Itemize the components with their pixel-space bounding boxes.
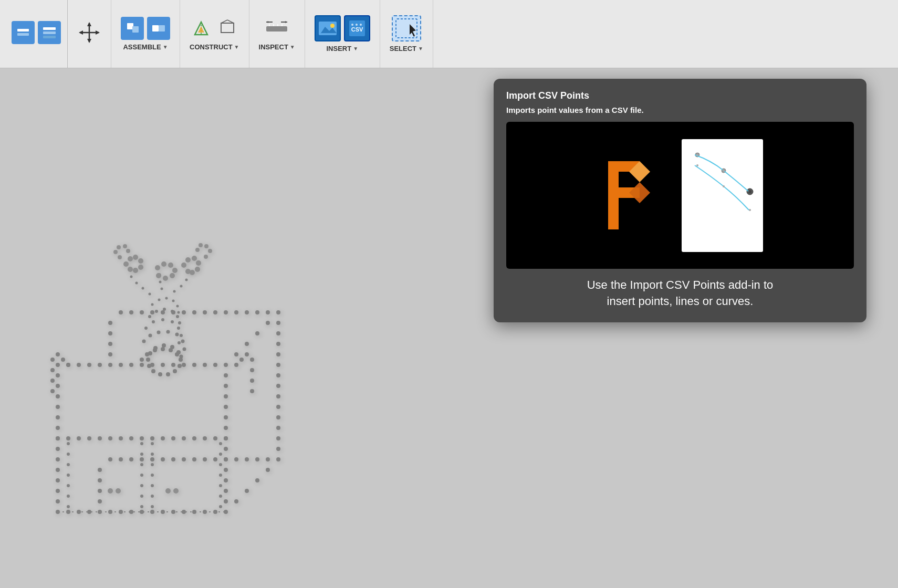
svg-point-198 <box>140 495 143 498</box>
layer-svg <box>15 25 31 40</box>
svg-point-150 <box>224 310 228 314</box>
svg-point-97 <box>56 373 60 377</box>
svg-point-53 <box>161 510 165 514</box>
svg-point-116 <box>108 363 112 367</box>
svg-point-125 <box>203 363 207 367</box>
svg-point-232 <box>176 350 181 354</box>
svg-point-217 <box>161 347 165 351</box>
insert-image-svg <box>318 18 338 38</box>
inspect-icon-1 <box>263 17 290 40</box>
svg-point-212 <box>219 495 222 498</box>
svg-rect-14 <box>159 25 165 32</box>
toolbar-group-construct[interactable]: CONSTRUCT ▼ <box>180 0 249 68</box>
svg-point-195 <box>140 463 143 466</box>
svg-point-173 <box>140 436 144 440</box>
svg-point-138 <box>276 373 280 377</box>
svg-point-313 <box>250 379 254 383</box>
svg-point-95 <box>56 394 60 398</box>
svg-point-141 <box>276 405 280 409</box>
svg-point-88 <box>56 468 60 472</box>
svg-point-177 <box>182 436 186 440</box>
svg-text:CSV: CSV <box>351 26 363 33</box>
tooltip-subtitle: Imports point values from a CSV file. <box>506 106 854 114</box>
svg-point-200 <box>151 442 154 445</box>
svg-point-273 <box>172 268 177 273</box>
svg-point-107 <box>224 405 228 409</box>
svg-point-37 <box>356 24 358 26</box>
toolbar-group-layers[interactable] <box>5 0 68 68</box>
svg-point-148 <box>245 310 249 314</box>
svg-point-274 <box>170 273 175 278</box>
svg-point-279 <box>128 256 133 261</box>
svg-point-102 <box>224 457 228 461</box>
toolbar-group-select[interactable]: SELECT ▼ <box>380 0 433 68</box>
svg-point-151 <box>213 310 217 314</box>
svg-point-123 <box>182 363 186 367</box>
svg-point-96 <box>56 384 60 388</box>
svg-point-213 <box>219 505 222 508</box>
svg-point-297 <box>208 249 212 253</box>
svg-point-175 <box>161 436 165 440</box>
insert-dropdown-arrow: ▼ <box>353 46 358 51</box>
svg-point-222 <box>173 369 177 373</box>
svg-point-310 <box>245 352 249 356</box>
svg-point-108 <box>224 394 228 398</box>
svg-point-184 <box>165 488 171 494</box>
svg-point-225 <box>151 369 155 373</box>
construct-icons <box>190 17 239 40</box>
svg-point-99 <box>224 489 228 493</box>
csv-preview-svg <box>682 139 763 252</box>
svg-point-46 <box>87 510 91 514</box>
svg-point-275 <box>163 276 168 281</box>
toolbar-group-inspect[interactable]: INSPECT ▼ <box>249 0 305 68</box>
svg-point-305 <box>50 368 55 372</box>
assemble-svg1 <box>125 21 140 36</box>
svg-point-143 <box>276 426 280 430</box>
svg-point-101 <box>224 468 228 472</box>
svg-point-111 <box>56 363 60 367</box>
svg-point-164 <box>108 352 112 356</box>
svg-point-325 <box>748 190 751 193</box>
svg-point-154 <box>182 310 186 314</box>
tooltip-body-text: Use the Import CSV Points add-in toinser… <box>506 277 854 310</box>
svg-point-44 <box>66 510 70 514</box>
svg-point-188 <box>67 463 70 466</box>
toolbar-group-insert[interactable]: CSV INSERT ▼ <box>305 0 380 68</box>
svg-point-68 <box>234 457 238 461</box>
svg-point-301 <box>66 363 70 367</box>
inspect-icons <box>263 17 290 40</box>
svg-point-169 <box>98 436 102 440</box>
svg-point-48 <box>108 510 112 514</box>
main-content: .wire-path { fill: none; stroke: #666; s… <box>0 68 898 588</box>
svg-point-118 <box>129 363 133 367</box>
svg-point-285 <box>181 262 186 268</box>
toolbar-group-assemble[interactable]: ASSEMBLE ▼ <box>111 0 180 68</box>
svg-point-194 <box>140 453 143 456</box>
svg-point-172 <box>129 436 133 440</box>
svg-point-103 <box>224 447 228 451</box>
svg-point-89 <box>56 457 60 461</box>
svg-point-191 <box>67 495 70 498</box>
wireframe-dots <box>50 243 280 514</box>
svg-point-237 <box>175 333 179 337</box>
svg-rect-319 <box>682 139 763 252</box>
assemble-label: ASSEMBLE ▼ <box>123 43 168 51</box>
svg-point-185 <box>173 488 179 494</box>
assemble-svg2 <box>151 21 166 36</box>
svg-point-257 <box>172 300 175 302</box>
svg-point-211 <box>219 484 222 487</box>
assemble-icon-1 <box>121 17 144 40</box>
svg-point-209 <box>219 463 222 466</box>
svg-point-121 <box>161 363 165 367</box>
svg-point-263 <box>130 276 133 278</box>
select-svg <box>395 18 418 39</box>
svg-point-105 <box>224 426 228 430</box>
svg-point-83 <box>98 489 102 493</box>
svg-point-230 <box>162 343 166 348</box>
svg-point-180 <box>213 436 217 440</box>
svg-point-228 <box>148 351 152 355</box>
svg-point-182 <box>108 488 113 494</box>
svg-point-73 <box>182 457 186 461</box>
insert-csv-icon: CSV <box>344 15 370 41</box>
toolbar-group-move[interactable] <box>68 0 111 68</box>
